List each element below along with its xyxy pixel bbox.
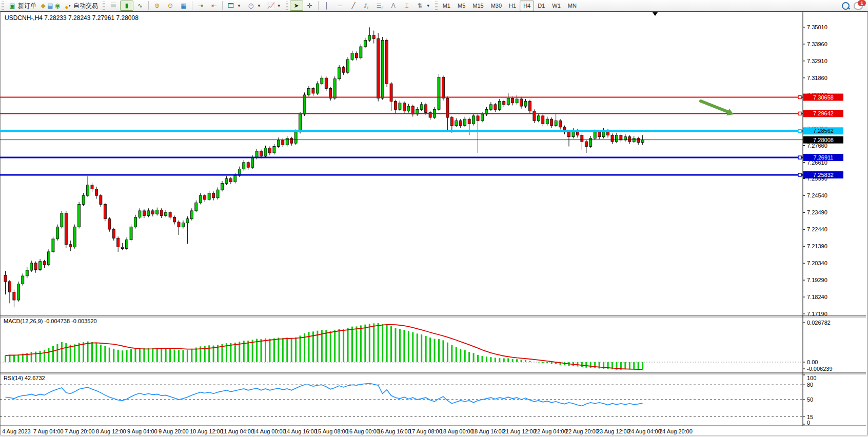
svg-text:16 Aug 00:00: 16 Aug 00:00 bbox=[346, 428, 380, 434]
svg-text:7.35010: 7.35010 bbox=[807, 24, 827, 30]
svg-text:7.30658: 7.30658 bbox=[813, 94, 834, 101]
svg-text:7 Aug 20:00: 7 Aug 20:00 bbox=[65, 428, 95, 434]
svg-text:7.23490: 7.23490 bbox=[807, 209, 827, 215]
svg-text:14 Aug 00:00: 14 Aug 00:00 bbox=[252, 428, 286, 434]
svg-text:7.21390: 7.21390 bbox=[807, 243, 827, 249]
svg-text:7.31860: 7.31860 bbox=[807, 75, 827, 81]
macd-panel[interactable]: 0.0267820.00-0.006239 bbox=[0, 320, 833, 372]
svg-text:9 Aug 20:00: 9 Aug 20:00 bbox=[159, 428, 189, 434]
svg-text:7.33960: 7.33960 bbox=[807, 41, 827, 47]
svg-text:7.28562: 7.28562 bbox=[813, 128, 834, 134]
svg-text:7.17190: 7.17190 bbox=[807, 311, 827, 317]
svg-text:7.19290: 7.19290 bbox=[807, 277, 827, 283]
svg-text:16 Aug 16:00: 16 Aug 16:00 bbox=[378, 428, 411, 434]
svg-text:11 Aug 04:00: 11 Aug 04:00 bbox=[221, 428, 254, 434]
svg-text:7.26911: 7.26911 bbox=[814, 154, 834, 161]
svg-text:7.22440: 7.22440 bbox=[807, 226, 827, 232]
svg-text:7.24540: 7.24540 bbox=[807, 192, 827, 198]
svg-text:0.00: 0.00 bbox=[807, 359, 818, 365]
rsi-panel[interactable]: 1008050150 bbox=[0, 375, 816, 426]
svg-text:10 Aug 12:00: 10 Aug 12:00 bbox=[190, 428, 223, 434]
svg-text:7.29642: 7.29642 bbox=[813, 110, 834, 116]
svg-text:22 Aug 20:00: 22 Aug 20:00 bbox=[565, 428, 599, 434]
svg-text:9 Aug 04:00: 9 Aug 04:00 bbox=[127, 428, 157, 434]
svg-text:24 Aug 04:00: 24 Aug 04:00 bbox=[628, 428, 661, 434]
svg-text:0.026782: 0.026782 bbox=[807, 320, 831, 326]
svg-text:7 Aug 04:00: 7 Aug 04:00 bbox=[33, 428, 64, 434]
svg-text:21 Aug 12:00: 21 Aug 12:00 bbox=[503, 428, 536, 434]
svg-text:15: 15 bbox=[807, 414, 813, 420]
svg-text:24 Aug 20:00: 24 Aug 20:00 bbox=[659, 428, 693, 434]
chart-canvas[interactable]: 7.350107.339607.329107.318607.308107.297… bbox=[0, 0, 868, 437]
svg-text:7.18240: 7.18240 bbox=[807, 294, 827, 300]
svg-text:17 Aug 08:00: 17 Aug 08:00 bbox=[409, 428, 442, 434]
svg-text:4 Aug 2023: 4 Aug 2023 bbox=[2, 428, 31, 434]
candles-layer bbox=[4, 27, 644, 307]
svg-text:7.25832: 7.25832 bbox=[813, 172, 834, 178]
rsi-indicator-label: RSI(14) 42.6732 bbox=[4, 375, 45, 381]
chart-shift-marker[interactable] bbox=[653, 12, 658, 16]
svg-text:100: 100 bbox=[807, 375, 816, 381]
svg-text:0: 0 bbox=[807, 420, 810, 426]
svg-text:80: 80 bbox=[807, 382, 813, 388]
svg-text:7.32910: 7.32910 bbox=[807, 58, 827, 64]
macd-indicator-label: MACD(12,26,9) -0.004738 -0.003520 bbox=[4, 318, 97, 324]
svg-text:18 Aug 16:00: 18 Aug 16:00 bbox=[471, 428, 505, 434]
time-axis[interactable]: 4 Aug 20237 Aug 04:007 Aug 20:008 Aug 12… bbox=[2, 428, 693, 434]
svg-text:14 Aug 16:00: 14 Aug 16:00 bbox=[284, 428, 317, 434]
svg-text:7.20340: 7.20340 bbox=[807, 260, 827, 266]
svg-text:8 Aug 12:00: 8 Aug 12:00 bbox=[96, 428, 126, 434]
svg-text:18 Aug 00:00: 18 Aug 00:00 bbox=[440, 428, 474, 434]
price-axis[interactable]: 7.350107.339607.329107.318607.308107.297… bbox=[803, 24, 827, 317]
chart-title: USDCNH-,H4 7.28233 7.28243 7.27961 7.280… bbox=[5, 14, 139, 22]
svg-text:23 Aug 12:00: 23 Aug 12:00 bbox=[597, 428, 630, 434]
svg-text:50: 50 bbox=[807, 396, 813, 403]
svg-text:7.28008: 7.28008 bbox=[813, 137, 834, 143]
window-bottom-edge bbox=[0, 435, 868, 437]
svg-text:22 Aug 04:00: 22 Aug 04:00 bbox=[534, 428, 567, 434]
svg-text:-0.006239: -0.006239 bbox=[807, 366, 833, 372]
svg-text:15 Aug 08:00: 15 Aug 08:00 bbox=[315, 428, 348, 434]
mt4-window: ▣ 新订单 ◆ ▤ ◉ ●● 自动交易 𝄛 ▮ ∿ ⊕ ⊖ ▦ ⇥ ⇤ 🗔▼ ◷… bbox=[0, 0, 868, 437]
